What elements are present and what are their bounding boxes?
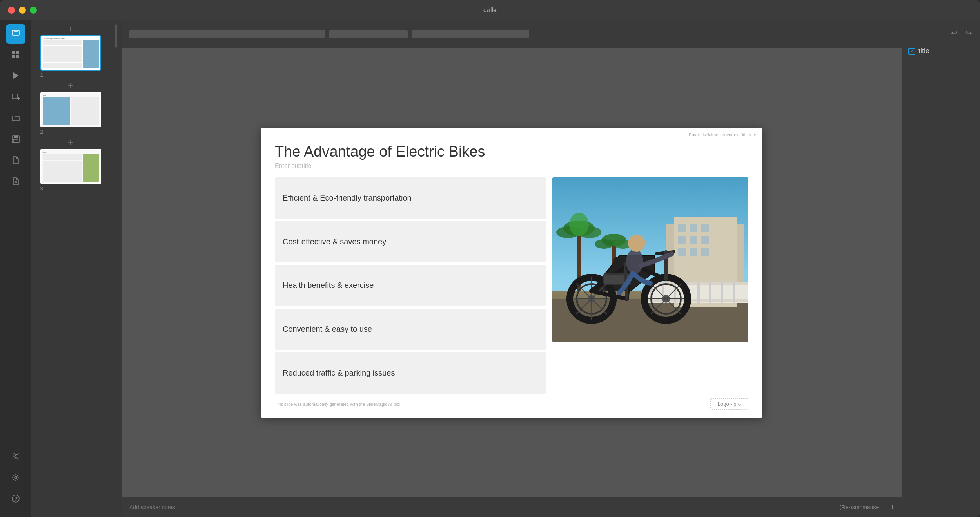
bottom-bar: Add speaker notes (Re-)summarise 1 <box>122 497 902 517</box>
svg-rect-14 <box>13 139 18 142</box>
svg-rect-5 <box>16 51 19 54</box>
bullet-item-0[interactable]: Efficient & Eco-friendly transportation <box>275 177 546 219</box>
sidebar-item-export2[interactable] <box>6 172 25 192</box>
close-button[interactable] <box>8 7 15 14</box>
svg-rect-43 <box>690 248 697 256</box>
slides-icon <box>11 29 20 40</box>
slide-number-1: 1 <box>40 72 101 78</box>
svg-point-21 <box>15 476 17 479</box>
speaker-notes-input[interactable]: Add speaker notes <box>129 504 175 510</box>
logo-pro-box[interactable]: Logo - pro <box>710 398 748 410</box>
top-toolbar <box>122 20 902 48</box>
right-panel-top-actions: ↩ ↪ <box>908 27 974 39</box>
app-window: dalle <box>0 0 980 517</box>
svg-point-52 <box>595 239 613 249</box>
slide-footer-text: This slide was automatically generated w… <box>275 402 400 407</box>
title-checkbox-row: ✓ title <box>908 47 974 55</box>
slide-title[interactable]: The Advantage of Electric Bikes <box>275 143 748 160</box>
svg-rect-42 <box>678 248 686 256</box>
left-sidebar: ? <box>0 20 31 517</box>
summarise-button[interactable]: (Re-)summarise <box>840 504 879 510</box>
svg-rect-39 <box>678 236 686 244</box>
file-icon <box>11 156 20 166</box>
sidebar-item-help[interactable]: ? <box>6 490 25 509</box>
main-area: Enter disclaimer, document id, date The … <box>122 20 902 517</box>
svg-text:?: ? <box>15 496 17 502</box>
help-icon: ? <box>11 494 20 505</box>
slide-thumbnail-1[interactable]: The Advantage of Electric Bikes <box>40 35 101 70</box>
titlebar: dalle <box>0 0 980 20</box>
add-slide-icon <box>11 92 20 103</box>
add-slide-above-2[interactable] <box>47 81 94 90</box>
page-number: 1 <box>891 504 894 510</box>
bullet-item-4[interactable]: Reduced traffic & parking issues <box>275 352 546 394</box>
slide-body: Efficient & Eco-friendly transportation … <box>275 177 748 394</box>
svg-rect-9 <box>12 94 18 99</box>
sidebar-bottom: ? <box>6 447 25 513</box>
scroll-track[interactable] <box>115 24 117 48</box>
sidebar-item-add[interactable] <box>6 88 25 107</box>
scroll-area <box>110 20 122 517</box>
sidebar-item-play[interactable] <box>6 67 25 86</box>
settings-gear-icon <box>11 473 20 484</box>
slide-content: The Advantage of Electric Bikes Enter su… <box>261 128 762 418</box>
svg-rect-62 <box>709 281 711 303</box>
svg-rect-37 <box>690 224 697 232</box>
slide-footer: This slide was automatically generated w… <box>275 395 748 410</box>
redo-button[interactable]: ↪ <box>964 27 974 39</box>
sidebar-item-export1[interactable] <box>6 151 25 171</box>
svg-rect-36 <box>678 224 686 232</box>
add-slide-above-3[interactable] <box>47 138 94 147</box>
slide-number-2: 2 <box>40 129 101 135</box>
svg-rect-64 <box>733 281 735 303</box>
sidebar-item-grid[interactable] <box>6 45 25 65</box>
play-icon <box>11 71 20 82</box>
toolbar-bar-3[interactable] <box>412 30 529 38</box>
title-checkbox[interactable]: ✓ <box>908 48 915 55</box>
sidebar-item-save[interactable] <box>6 130 25 150</box>
right-panel: ↩ ↪ ✓ title <box>902 20 980 517</box>
sidebar-item-slides[interactable] <box>6 24 25 44</box>
folder-icon <box>11 114 20 124</box>
bullet-item-1[interactable]: Cost-effective & saves money <box>275 221 546 263</box>
document-icon <box>11 177 20 188</box>
svg-rect-63 <box>721 281 723 303</box>
svg-rect-41 <box>701 236 709 244</box>
bullet-list: Efficient & Eco-friendly transportation … <box>275 177 546 394</box>
slide-thumb-wrapper-2: Slide 2 2 <box>35 81 106 135</box>
slide-disclaimer: Enter disclaimer, document id, date <box>689 132 756 137</box>
bullet-item-2[interactable]: Health benefits & exercise <box>275 265 546 306</box>
svg-rect-40 <box>690 236 697 244</box>
svg-rect-6 <box>12 55 15 58</box>
minimize-button[interactable] <box>19 7 26 14</box>
svg-rect-4 <box>12 51 15 54</box>
bullet-item-3[interactable]: Convenient & easy to use <box>275 309 546 350</box>
checkmark-icon: ✓ <box>910 48 914 54</box>
svg-rect-61 <box>697 281 700 303</box>
fullscreen-button[interactable] <box>30 7 37 14</box>
slide-number-3: 3 <box>40 186 101 192</box>
svg-rect-7 <box>16 55 19 58</box>
svg-rect-38 <box>701 224 709 232</box>
slide-thumb-wrapper-3: Slide 3 3 <box>35 138 106 192</box>
slide-image[interactable] <box>552 177 748 342</box>
slide-subtitle[interactable]: Enter subtitle <box>275 163 748 170</box>
toolbar-bar-1[interactable] <box>129 30 325 38</box>
bottom-right: (Re-)summarise 1 <box>840 504 894 510</box>
scissors-icon <box>11 452 20 463</box>
svg-marker-8 <box>13 72 19 79</box>
svg-point-90 <box>628 235 645 252</box>
sidebar-item-folder[interactable] <box>6 109 25 128</box>
svg-point-49 <box>569 213 589 236</box>
sidebar-item-settings[interactable] <box>6 468 25 488</box>
slide-thumbnail-2[interactable]: Slide 2 <box>40 92 101 127</box>
app-title: dalle <box>483 7 497 14</box>
sidebar-item-scissors[interactable] <box>6 447 25 467</box>
slide-canvas[interactable]: Enter disclaimer, document id, date The … <box>261 128 762 418</box>
add-slide-above-1[interactable] <box>47 24 94 34</box>
app-body: ? The Advantage of Electric Bikes <box>0 20 980 517</box>
slide-thumbnail-3[interactable]: Slide 3 <box>40 149 101 184</box>
undo-button[interactable]: ↩ <box>949 27 959 39</box>
toolbar-bar-2[interactable] <box>329 30 408 38</box>
slides-panel: The Advantage of Electric Bikes <box>31 20 110 517</box>
